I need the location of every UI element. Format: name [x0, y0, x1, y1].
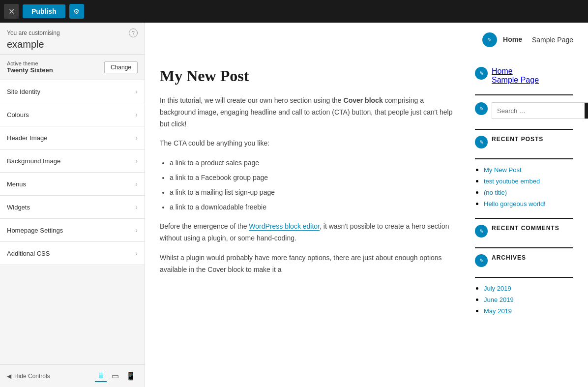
archive-link-1[interactable]: July 2019	[484, 285, 511, 292]
preview-inner: ✎ Home Sample Page My New Post	[145, 23, 588, 387]
archive-link-2[interactable]: June 2019	[484, 296, 514, 303]
main-content: My New Post In this tutorial, we will cr…	[160, 67, 460, 325]
post-body: In this tutorial, we will create our own…	[160, 95, 460, 276]
nav-widget-sample-page[interactable]: Sample Page	[492, 76, 539, 84]
search-divider	[475, 129, 573, 130]
wp-block-editor-link[interactable]: WordPress block editor	[249, 222, 320, 231]
chevron-right-icon: ›	[135, 157, 138, 165]
recent-posts-bottom-divider	[475, 218, 573, 219]
mobile-view-button[interactable]: 📱	[124, 370, 138, 382]
chevron-right-icon: ›	[135, 180, 138, 188]
device-icons: 🖥 ▭ 📱	[95, 370, 138, 382]
nav-divider	[475, 94, 573, 95]
list-item: May 2019	[484, 306, 573, 315]
recent-comments-divider	[475, 247, 573, 248]
recent-posts-title: RECENT POSTS	[492, 136, 543, 143]
site-content: ✎ Home Sample Page My New Post	[145, 23, 588, 387]
site-nav: ✎ Home Sample Page	[160, 32, 573, 47]
list-item: Hello gorgeous world!	[484, 199, 573, 208]
sidebar-item-label: Widgets	[7, 204, 30, 211]
gear-button[interactable]: ⚙	[69, 4, 84, 19]
close-button[interactable]: ✕	[4, 4, 19, 19]
sidebar-item-header-image[interactable]: Header Image ›	[0, 126, 145, 149]
content-area: My New Post In this tutorial, we will cr…	[145, 57, 588, 335]
sidebar-item-background-image[interactable]: Background Image ›	[0, 149, 145, 173]
chevron-right-icon: ›	[135, 134, 138, 142]
nav-widget-home[interactable]: Home	[492, 67, 513, 75]
arrow-left-icon: ◀	[7, 373, 11, 380]
list-item: a link to a mailing list sign-up page	[170, 187, 460, 199]
close-icon: ✕	[8, 7, 15, 16]
sidebar-item-additional-css[interactable]: Additional CSS ›	[0, 242, 145, 265]
publish-button[interactable]: Publish	[23, 4, 65, 18]
nav-link-sample-page[interactable]: Sample Page	[532, 36, 573, 44]
tablet-view-button[interactable]: ▭	[110, 370, 121, 382]
recent-post-link-2[interactable]: test youtube embed	[484, 178, 540, 185]
chevron-right-icon: ›	[135, 203, 138, 211]
list-item: June 2019	[484, 295, 573, 304]
post-list: a link to a product sales page a link to…	[170, 157, 460, 213]
edit-icon-archives: ✎	[475, 254, 488, 267]
archives-widget: ✎ ARCHIVES July 2019 June 2019 May 2019	[475, 254, 573, 315]
mobile-icon: 📱	[126, 372, 136, 380]
sidebar-item-menus[interactable]: Menus ›	[0, 173, 145, 196]
nav-widget-links: Home Sample Page	[492, 67, 539, 85]
edit-icon-recent-posts: ✎	[475, 136, 488, 149]
sidebar-item-label: Homepage Settings	[7, 227, 63, 234]
sidebar-item-label: Background Image	[7, 157, 60, 165]
change-theme-button[interactable]: Change	[104, 61, 138, 73]
edit-icon-nav-widget: ✎	[475, 67, 488, 80]
recent-post-link-3[interactable]: (no title)	[484, 189, 507, 196]
tablet-icon: ▭	[112, 372, 119, 380]
sidebar-item-homepage-settings[interactable]: Homepage Settings ›	[0, 219, 145, 242]
chevron-right-icon: ›	[135, 226, 138, 234]
list-item: a link to a Facebook group page	[170, 172, 460, 184]
chevron-right-icon: ›	[135, 88, 138, 95]
top-bar: ✕ Publish ⚙	[0, 0, 588, 23]
chevron-right-icon: ›	[135, 111, 138, 119]
sidebar-item-colours[interactable]: Colours ›	[0, 103, 145, 126]
nav-link-home[interactable]: Home	[503, 35, 522, 43]
nav-item-home: ✎ Home	[482, 32, 522, 47]
help-button[interactable]: ?	[129, 29, 138, 37]
chevron-right-icon: ›	[135, 249, 138, 257]
search-submit-button[interactable]: 🔍	[585, 103, 588, 119]
recent-posts-list: My New Post test youtube embed (no title…	[475, 165, 573, 208]
hide-controls-button[interactable]: ◀ Hide Controls	[7, 373, 50, 380]
archives-header: ✎ ARCHIVES	[475, 254, 573, 267]
list-item: test youtube embed	[484, 177, 573, 185]
theme-name: Twenty Sixteen	[7, 66, 53, 74]
sidebar-item-widgets[interactable]: Widgets ›	[0, 196, 145, 219]
site-header: ✎ Home Sample Page	[145, 23, 588, 57]
recent-comments-widget: ✎ RECENT COMMENTS	[475, 225, 573, 238]
edit-icon-nav: ✎	[482, 32, 497, 47]
recent-post-link-4[interactable]: Hello gorgeous world!	[484, 200, 546, 208]
recent-posts-header: ✎ RECENT POSTS	[475, 136, 573, 149]
theme-info: Active theme Twenty Sixteen	[7, 60, 53, 74]
customising-label: You are customising	[7, 30, 60, 36]
search-widget-inner: 🔍	[492, 102, 588, 119]
search-box: 🔍	[492, 102, 588, 119]
desktop-view-button[interactable]: 🖥	[95, 370, 107, 382]
nav-widget: ✎ Home Sample Page	[475, 67, 573, 85]
search-widget: ✎ 🔍	[475, 102, 573, 119]
archives-title: ARCHIVES	[492, 254, 526, 261]
archive-link-3[interactable]: May 2019	[484, 307, 512, 315]
gear-icon: ⚙	[73, 7, 80, 15]
theme-section: Active theme Twenty Sixteen Change	[0, 55, 145, 80]
sidebar-item-label: Additional CSS	[7, 250, 50, 257]
post-paragraph-2: The CTA could be anything you like:	[160, 138, 460, 149]
post-paragraph-4: Whilst a plugin would probably have more…	[160, 252, 460, 276]
main-layout: You are customising ? example Active the…	[0, 23, 588, 387]
sidebar-item-label: Site Identity	[7, 88, 40, 95]
sidebar-item-label: Header Image	[7, 134, 47, 142]
recent-post-link-1[interactable]: My New Post	[484, 166, 522, 174]
edit-icon-search: ✎	[475, 102, 488, 115]
post-paragraph-1: In this tutorial, we will create our own…	[160, 95, 460, 130]
post-paragraph-3: Before the emergence of the WordPress bl…	[160, 221, 460, 244]
post-title: My New Post	[160, 67, 460, 85]
search-input[interactable]	[492, 104, 585, 118]
sidebar-item-site-identity[interactable]: Site Identity ›	[0, 80, 145, 103]
nav-item-sample-page: Sample Page	[532, 35, 573, 44]
list-item: a link to a product sales page	[170, 157, 460, 169]
